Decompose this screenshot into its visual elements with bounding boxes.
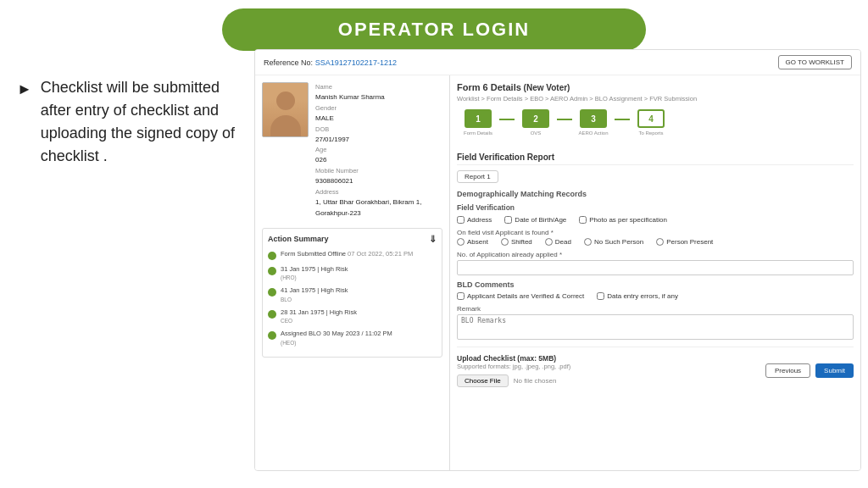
field-verification-label: Field Verification — [457, 202, 854, 212]
ref-label: Reference No: — [264, 58, 313, 67]
checkbox-photo-label: Photo as per specification — [589, 216, 667, 224]
go-worklist-button[interactable]: GO TO WORKLIST — [778, 55, 853, 69]
action-label-2: 31 Jan 1975 | High Risk — [281, 265, 348, 274]
step-box-4: 4 — [637, 109, 665, 128]
fvr-section-title: Field Verification Report — [457, 152, 854, 165]
checkbox-dob[interactable]: Date of Birth/Age — [504, 216, 566, 224]
person-name-row: Name Manish Kumar Sharma — [315, 82, 442, 103]
action-label-1: Form Submitted Offline 07 Oct 2022, 05:2… — [281, 250, 413, 259]
person-age-row: Age 026 — [315, 145, 442, 166]
no-of-applications-row: No. of Application already applied * — [457, 251, 854, 275]
reference-number: Reference No: SSA19127102217-1212 — [264, 58, 397, 67]
checkbox-address[interactable]: Address — [457, 216, 492, 224]
radio-no-such-person[interactable]: No Such Person — [584, 238, 643, 246]
form-subtitle: (New Voter) — [524, 83, 570, 92]
step-label-1: Form Details — [457, 130, 499, 136]
download-icon[interactable]: ⇓ — [429, 234, 437, 245]
checkbox-verified-input[interactable] — [457, 292, 465, 300]
radio-absent-label: Absent — [467, 238, 488, 246]
checkbox-dob-input[interactable] — [504, 216, 512, 224]
step-1: 1 Form Details — [457, 109, 499, 136]
step-label-2: OVS — [515, 130, 557, 136]
action-time-3: BLO — [281, 296, 348, 303]
radio-dead[interactable]: Dead — [545, 238, 571, 246]
checkbox-photo[interactable]: Photo as per specification — [579, 216, 667, 224]
breadcrumb: Worklist > Form Details > EBO > AERO Adm… — [457, 95, 854, 103]
checkbox-verified[interactable]: Applicant Details are Verified & Correct — [457, 292, 584, 300]
no-of-applications-label: No. of Application already applied * — [457, 251, 854, 258]
step-line-3 — [615, 119, 630, 120]
radio-person-present-label: Person Present — [666, 238, 713, 246]
person-gender-row: Gender MALE — [315, 103, 442, 125]
step-label-4: To Reports — [630, 130, 672, 136]
steps-row: 1 Form Details 2 OVS 3 AERO Action 4 To … — [457, 109, 854, 136]
action-circle-5 — [268, 331, 276, 340]
person-address: 1, Uttar Bhar Gorakhbari, Bikram 1, Gora… — [315, 197, 442, 219]
radio-shifted[interactable]: Shifted — [501, 238, 532, 246]
action-item-2: 31 Jan 1975 | High Risk (HRO) — [268, 265, 437, 282]
action-summary-header: Action Summary ⇓ — [268, 234, 437, 245]
radio-no-such-person-label: No Such Person — [594, 238, 643, 246]
action-circle-2 — [268, 267, 276, 275]
checkbox-address-input[interactable] — [457, 216, 465, 224]
page-header: OPERATOR LOGIN — [222, 8, 646, 51]
address-label: Address — [315, 187, 442, 197]
dob-label: DOB — [315, 125, 442, 135]
checkbox-data-error-input[interactable] — [597, 292, 604, 300]
choose-file-button[interactable]: Choose File — [457, 374, 509, 387]
person-dob-row: DOB 27/01/1997 — [315, 125, 442, 146]
remark-label: Remark — [457, 305, 854, 313]
action-label-5: Assigned BLO 30 May 2023 / 11:02 PM — [281, 330, 392, 339]
action-time-2: (HRO) — [281, 274, 348, 281]
radio-no-such-person-input[interactable] — [584, 238, 592, 246]
person-age: 026 — [315, 155, 442, 166]
upload-subtitle: Supported formats: jpg, .jpeg, .png, .pd… — [457, 363, 570, 370]
field-verification-section: Field Verification Report Report 1 Demog… — [457, 152, 854, 341]
action-circle-4 — [268, 310, 276, 319]
action-circle-3 — [268, 288, 276, 297]
fv-checkboxes-row: Address Date of Birth/Age Photo as per s… — [457, 216, 854, 224]
radio-dead-label: Dead — [555, 238, 571, 246]
name-label: Name — [315, 82, 442, 92]
no-of-applications-input[interactable] — [457, 260, 854, 275]
form-header: Form 6 Details (New Voter) — [457, 82, 854, 92]
action-label-4: 28 31 Jan 1975 | High Risk — [281, 308, 357, 318]
upload-section: Upload Checklist (max: 5MB) Supported fo… — [457, 347, 854, 387]
previous-button[interactable]: Previous — [765, 363, 810, 378]
radio-person-present-input[interactable] — [656, 238, 664, 246]
radio-person-present[interactable]: Person Present — [656, 238, 713, 246]
no-file-text: No file chosen — [514, 377, 557, 385]
action-item-1: Form Submitted Offline 07 Oct 2022, 05:2… — [268, 250, 437, 260]
visit-radio-row: Absent Shifted Dead No Such Person — [457, 238, 854, 246]
action-buttons: Previous Submit — [765, 363, 854, 378]
step-4: 4 To Reports — [630, 109, 672, 136]
age-label: Age — [315, 145, 442, 155]
content-area: Name Manish Kumar Sharma Gender MALE DOB… — [255, 75, 860, 471]
top-bar: Reference No: SSA19127102217-1212 GO TO … — [255, 50, 860, 75]
action-text-4: 28 31 Jan 1975 | High Risk CEO — [281, 308, 357, 325]
no-of-apps-text: No. of Application already applied * — [457, 251, 562, 258]
checkbox-photo-input[interactable] — [579, 216, 587, 224]
remark-textarea[interactable] — [457, 314, 854, 340]
main-panel: Reference No: SSA19127102217-1212 GO TO … — [254, 49, 861, 471]
radio-dead-input[interactable] — [545, 238, 553, 246]
radio-shifted-label: Shifted — [511, 238, 532, 246]
radio-absent[interactable]: Absent — [457, 238, 488, 246]
radio-shifted-input[interactable] — [501, 238, 509, 246]
radio-absent-input[interactable] — [457, 238, 465, 246]
person-photo-image — [263, 83, 308, 136]
left-main-panel: Name Manish Kumar Sharma Gender MALE DOB… — [255, 75, 450, 471]
fv-label: Field Verification — [457, 203, 515, 212]
action-circle-1 — [268, 252, 276, 260]
checkbox-dob-label: Date of Birth/Age — [515, 216, 566, 224]
checkbox-data-error[interactable]: Data entry errors, if any — [597, 292, 678, 300]
action-label-3: 41 Jan 1975 | High Risk — [281, 286, 348, 296]
step-box-2: 2 — [522, 109, 549, 128]
person-card: Name Manish Kumar Sharma Gender MALE DOB… — [262, 82, 442, 219]
submit-button[interactable]: Submit — [815, 363, 854, 378]
ref-value: SSA19127102217-1212 — [315, 58, 397, 67]
step-2: 2 OVS — [515, 109, 557, 136]
action-text-3: 41 Jan 1975 | High Risk BLO — [281, 286, 348, 303]
person-details: Name Manish Kumar Sharma Gender MALE DOB… — [315, 82, 442, 219]
person-address-row: Address 1, Uttar Bhar Gorakhbari, Bikram… — [315, 187, 442, 219]
